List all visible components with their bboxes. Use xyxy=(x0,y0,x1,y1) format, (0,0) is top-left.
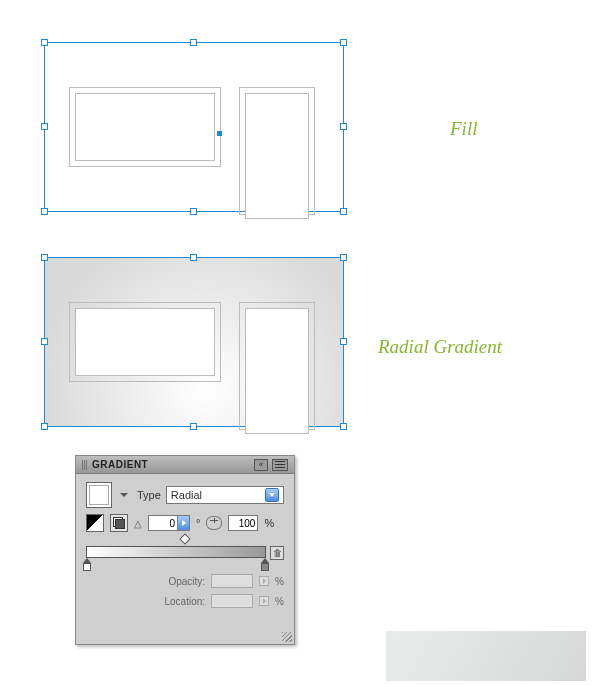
location-unit: % xyxy=(275,596,284,607)
angle-icon: △ xyxy=(134,518,142,529)
aspect-unit: % xyxy=(264,517,274,529)
gradient-stop-right[interactable] xyxy=(260,558,270,571)
angle-unit: ° xyxy=(196,517,200,529)
panel-title: GRADIENT xyxy=(92,459,148,470)
opacity-input-disabled xyxy=(211,574,253,588)
gradient-swatch[interactable] xyxy=(86,482,112,508)
opacity-unit: % xyxy=(275,576,284,587)
center-anchor xyxy=(217,131,222,136)
handle-br[interactable] xyxy=(340,208,347,215)
aspect-ratio-icon xyxy=(206,516,222,530)
selection-box-fill[interactable] xyxy=(44,42,344,212)
angle-aspect-row: △ ° % xyxy=(86,514,284,532)
gradient-stop-left[interactable] xyxy=(82,558,92,571)
handle-t[interactable] xyxy=(190,39,197,46)
angle-input[interactable] xyxy=(149,518,177,529)
collapse-icon[interactable]: « xyxy=(254,459,268,471)
angle-stepper-icon[interactable] xyxy=(177,516,189,530)
aspect-field[interactable] xyxy=(228,515,258,531)
door-frame-inner xyxy=(245,308,309,434)
opacity-label: Opacity: xyxy=(155,576,205,587)
handle-r[interactable] xyxy=(340,123,347,130)
handle-b[interactable] xyxy=(190,423,197,430)
trash-icon[interactable]: 🗑 xyxy=(270,546,284,560)
window-frame-inner xyxy=(75,93,215,161)
gradient-panel[interactable]: GRADIENT « Type Radial △ xyxy=(75,455,295,645)
handle-tl[interactable] xyxy=(41,39,48,46)
handle-r[interactable] xyxy=(340,338,347,345)
fill-label: Fill xyxy=(450,118,477,140)
gradient-ramp[interactable]: 🗑 xyxy=(86,538,284,568)
reverse-gradient-icon[interactable] xyxy=(86,514,104,532)
location-label: Location: xyxy=(155,596,205,607)
handle-br[interactable] xyxy=(340,423,347,430)
location-input-disabled xyxy=(211,594,253,608)
handle-tl[interactable] xyxy=(41,254,48,261)
handle-l[interactable] xyxy=(41,338,48,345)
radial-gradient-label: Radial Gradient xyxy=(378,336,502,358)
handle-tr[interactable] xyxy=(340,254,347,261)
type-dropdown[interactable]: Radial xyxy=(166,486,284,504)
location-stepper-disabled xyxy=(259,596,269,606)
window-frame-inner xyxy=(75,308,215,376)
selection-box-gradient[interactable] xyxy=(44,257,344,427)
gradient-panel-body: Type Radial △ ° % xyxy=(76,474,294,618)
handle-l[interactable] xyxy=(41,123,48,130)
opacity-stepper-disabled xyxy=(259,576,269,586)
type-value: Radial xyxy=(171,489,202,501)
dropdown-toggle-icon[interactable] xyxy=(265,488,279,502)
handle-tr[interactable] xyxy=(340,39,347,46)
result-swatch xyxy=(386,631,586,681)
handle-t[interactable] xyxy=(190,254,197,261)
type-row: Type Radial xyxy=(86,482,284,508)
gradient-bar[interactable] xyxy=(86,546,266,558)
panel-menu-icon[interactable] xyxy=(272,459,288,471)
resize-grip-icon[interactable] xyxy=(282,632,292,642)
handle-b[interactable] xyxy=(190,208,197,215)
swap-fill-stroke-icon[interactable] xyxy=(110,514,128,532)
dropdown-arrow-icon[interactable] xyxy=(120,493,128,497)
gradient-panel-header[interactable]: GRADIENT « xyxy=(76,456,294,474)
door-frame-inner xyxy=(245,93,309,219)
aspect-input[interactable] xyxy=(229,518,257,529)
grip-icon[interactable] xyxy=(82,460,88,470)
handle-bl[interactable] xyxy=(41,423,48,430)
location-row: Location: % xyxy=(86,594,284,608)
tutorial-canvas: Fill Radial Gradient GRADIENT « Type xyxy=(0,0,600,685)
type-label: Type xyxy=(137,489,161,501)
midpoint-diamond[interactable] xyxy=(179,533,190,544)
handle-bl[interactable] xyxy=(41,208,48,215)
opacity-row: Opacity: % xyxy=(86,574,284,588)
angle-field[interactable] xyxy=(148,515,190,531)
